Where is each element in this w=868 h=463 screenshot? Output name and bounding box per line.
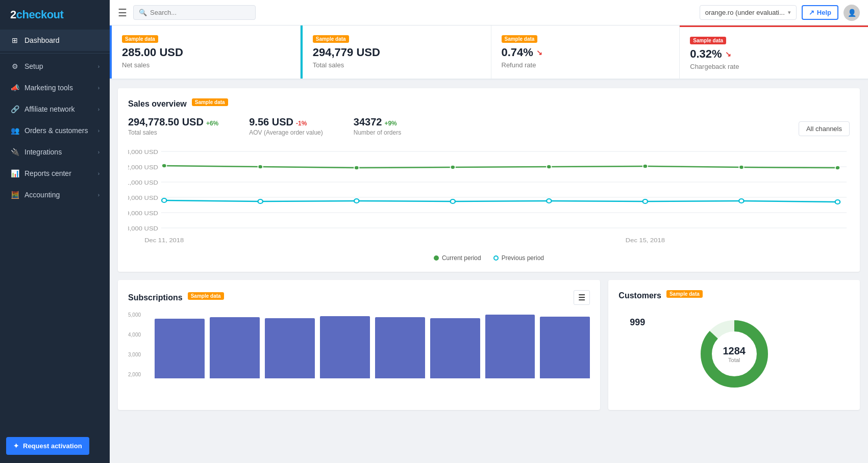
bar-chart-icon: 📊	[10, 169, 19, 178]
stat-label-1: AOV (Average order value)	[249, 129, 323, 136]
sidebar-item-left: 👥 Orders & customers	[10, 126, 88, 135]
svg-text:42,000 USD: 42,000 USD	[128, 164, 158, 171]
users-icon: 👥	[10, 126, 19, 135]
donut-highlight: 999	[630, 317, 645, 328]
search-box[interactable]: 🔍	[133, 5, 256, 20]
bar-1	[210, 317, 260, 378]
bar-5	[430, 318, 480, 378]
logo-text2: checkout	[16, 8, 64, 21]
stat-item-0: 294,778.50 USD +6% Total sales	[128, 116, 218, 136]
stat-label-2: Number of orders	[354, 129, 401, 136]
current-period-dot	[434, 255, 439, 261]
metric-card-1: Sample data 294,779 USD Total sales	[301, 25, 491, 79]
svg-point-23	[451, 199, 455, 203]
previous-period-label: Previous period	[502, 254, 544, 262]
svg-point-24	[547, 199, 551, 203]
sidebar-item-marketing-tools[interactable]: 📣 Marketing tools ›	[0, 77, 110, 98]
sidebar-item-accounting[interactable]: 🧮 Accounting ›	[0, 184, 110, 205]
dashboard-body: Sales overview Sample data 294,778.50 US…	[110, 80, 868, 426]
sidebar-label-integrations: Integrations	[24, 148, 62, 156]
sidebar-item-reports-center[interactable]: 📊 Reports center ›	[0, 163, 110, 184]
current-period-legend: Current period	[434, 254, 481, 262]
donut-chart: 1284 Total 999	[618, 308, 850, 400]
svg-point-15	[451, 165, 455, 169]
stat-value-1: 9.56 USD -1%	[249, 116, 323, 128]
svg-text:41,000 USD: 41,000 USD	[128, 179, 158, 186]
metric-label-2: Refund rate	[502, 61, 669, 69]
all-channels-button[interactable]: All channels	[799, 121, 850, 136]
svg-point-20	[162, 198, 166, 202]
chevron-icon: ›	[98, 192, 100, 198]
account-selector[interactable]: orange.ro (under evaluati... ▾	[700, 5, 797, 20]
subscriptions-header: Subscriptions Sample data ☰	[128, 290, 590, 305]
donut-center: 1284 Total	[723, 345, 746, 363]
settings-icon: ⚙	[10, 62, 19, 71]
previous-period-legend: Previous period	[493, 254, 544, 262]
hamburger-icon[interactable]: ☰	[118, 7, 127, 19]
metric-card-0: Sample data 285.00 USD Net sales	[110, 25, 301, 79]
search-input[interactable]	[150, 9, 250, 16]
request-activation-button[interactable]: ✦ Request activation	[6, 437, 89, 455]
bar-6	[485, 315, 535, 378]
stat-change-1: -1%	[296, 120, 307, 127]
metric-card-2: Sample data 0.74% ↘ Refund rate	[491, 25, 680, 79]
bar-chart-y-labels: 5,000 4,000 3,000 2,000	[128, 312, 141, 378]
svg-text:Dec 11, 2018: Dec 11, 2018	[144, 237, 184, 244]
trend-down-icon: ↘	[536, 48, 542, 57]
search-icon: 🔍	[139, 9, 147, 16]
sidebar-item-setup[interactable]: ⚙ Setup ›	[0, 56, 110, 77]
logo: 2checkout	[0, 0, 110, 30]
svg-text:43,000 USD: 43,000 USD	[128, 149, 158, 156]
menu-icon: ☰	[578, 293, 585, 302]
bar-4	[375, 317, 425, 378]
bar-3	[320, 316, 370, 378]
account-name: orange.ro (under evaluati...	[705, 9, 785, 16]
svg-point-26	[739, 199, 743, 203]
sales-overview-title: Sales overview	[128, 99, 187, 109]
y-label-3000: 3,000	[128, 352, 141, 357]
chevron-down-icon: ▾	[788, 9, 791, 16]
sidebar-item-left: ⚙ Setup	[10, 62, 43, 71]
chart-options-button[interactable]: ☰	[574, 290, 590, 305]
logo-text: 2	[10, 8, 16, 21]
stat-value-0: 294,778.50 USD +6%	[128, 116, 218, 128]
sidebar-label-dashboard: Dashboard	[24, 36, 60, 44]
metric-value-0: 285.00 USD	[122, 46, 290, 59]
sidebar-item-left: 🧮 Accounting	[10, 190, 60, 199]
svg-point-22	[354, 199, 359, 203]
metric-badge-2: Sample data	[502, 35, 538, 43]
trend-down-icon: ↘	[725, 50, 731, 58]
metric-badge-0: Sample data	[122, 35, 158, 43]
sidebar-item-left: 🔌 Integrations	[10, 147, 62, 157]
chart-legend: Current period Previous period	[128, 254, 850, 262]
help-button[interactable]: ↗ Help	[802, 5, 838, 20]
avatar[interactable]: 👤	[844, 5, 860, 21]
sidebar-label-accounting: Accounting	[24, 191, 60, 199]
grid-icon: ⊞	[10, 36, 19, 45]
svg-point-25	[643, 199, 648, 203]
star-icon: ✦	[13, 442, 19, 450]
metric-badge-1: Sample data	[313, 35, 349, 43]
sales-overview-card: Sales overview Sample data 294,778.50 US…	[118, 88, 860, 272]
svg-point-19	[835, 166, 840, 170]
stat-change-0: +6%	[206, 120, 218, 127]
svg-point-27	[835, 200, 840, 204]
sidebar-label-marketing-tools: Marketing tools	[24, 84, 73, 92]
stat-item-1: 9.56 USD -1% AOV (Average order value)	[249, 116, 323, 136]
metric-card-3: Sample data 0.32% ↘ Chargeback rate	[680, 25, 868, 79]
sidebar-label-orders-customers: Orders & customers	[24, 126, 88, 135]
customers-header: Customers Sample data	[618, 290, 850, 301]
sidebar-item-dashboard[interactable]: ⊞ Dashboard	[0, 30, 110, 51]
bar-7	[540, 317, 590, 378]
sidebar-item-affiliate-network[interactable]: 🔗 Affiliate network ›	[0, 98, 110, 120]
sidebar-item-orders-customers[interactable]: 👥 Orders & customers ›	[0, 120, 110, 141]
chevron-icon: ›	[98, 107, 100, 112]
sidebar-label-reports-center: Reports center	[24, 169, 71, 177]
metric-value-2: 0.74% ↘	[502, 46, 669, 59]
sidebar: 2checkout ⊞ Dashboard ⚙ Setup › 📣 Market…	[0, 0, 110, 463]
calculator-icon: 🧮	[10, 190, 19, 199]
sidebar-item-integrations[interactable]: 🔌 Integrations ›	[0, 141, 110, 163]
y-label-5000: 5,000	[128, 312, 141, 318]
svg-point-21	[258, 199, 263, 203]
sidebar-label-setup: Setup	[24, 62, 43, 70]
